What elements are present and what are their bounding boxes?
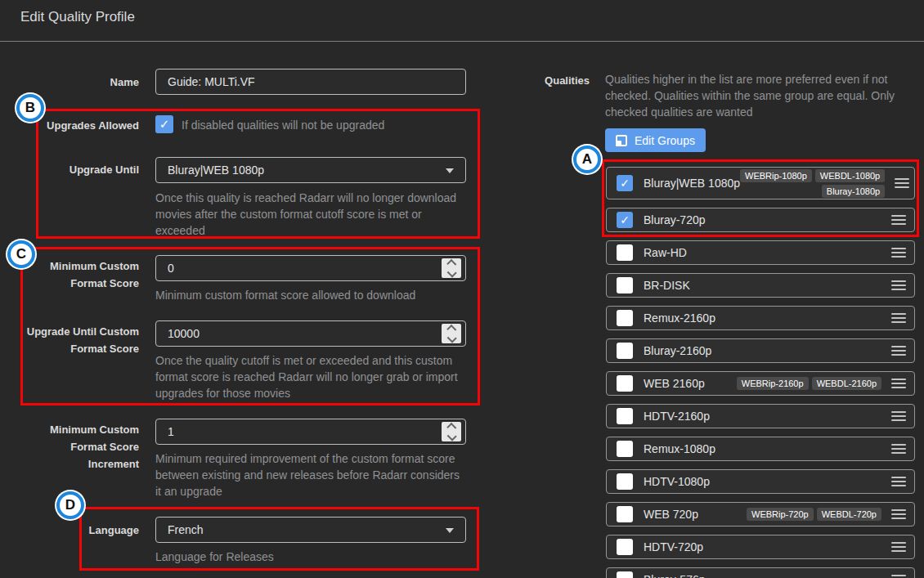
- quality-badge: WEBRip-720p: [747, 508, 814, 521]
- upgrade-until-score-label: Upgrade Until Custom Format Score: [20, 323, 139, 357]
- check-icon: ✓: [159, 117, 170, 132]
- qualities-label: Qualities: [451, 74, 590, 87]
- check-icon: ✓: [620, 213, 630, 226]
- min-increment-value: 1: [168, 425, 174, 438]
- drag-handle-icon[interactable]: [891, 509, 906, 519]
- quality-item[interactable]: ✓ WEB 720p WEBRip-720pWEBDL-720p: [606, 502, 915, 526]
- language-help: Language for Releases: [155, 549, 466, 565]
- drag-handle-icon[interactable]: [891, 280, 906, 290]
- edit-groups-button[interactable]: Edit Groups: [605, 128, 706, 152]
- min-increment-label: Minimum Custom Format Score Increment: [20, 421, 139, 473]
- quality-label: Bluray|WEB 1080p: [644, 177, 740, 190]
- drag-handle-icon[interactable]: [891, 248, 906, 258]
- quality-checkbox[interactable]: ✓: [617, 473, 633, 490]
- quality-badges: WEBRip-1080pWEBDL-1080pBluray-1080p: [740, 169, 885, 198]
- drag-handle-icon[interactable]: [891, 542, 906, 552]
- number-spinner-icon[interactable]: [442, 324, 461, 343]
- quality-item[interactable]: ✓ HDTV-1080p: [606, 469, 915, 494]
- qualities-help: Qualities higher in the list are more pr…: [605, 71, 916, 120]
- quality-label: Remux-1080p: [644, 442, 715, 455]
- quality-item[interactable]: ✓ Raw-HD: [606, 240, 915, 265]
- number-spinner-icon[interactable]: [442, 422, 461, 441]
- quality-label: Raw-HD: [644, 246, 687, 259]
- quality-checkbox[interactable]: ✓: [617, 343, 633, 359]
- quality-badges: WEBRip-720pWEBDL-720p: [747, 508, 881, 521]
- drag-handle-icon[interactable]: [895, 178, 909, 188]
- quality-checkbox[interactable]: ✓: [617, 441, 633, 457]
- quality-checkbox[interactable]: ✓: [617, 571, 633, 578]
- upgrade-until-score-input[interactable]: 10000: [155, 320, 466, 347]
- check-icon: ✓: [620, 177, 630, 190]
- qualities-list: ✓ Bluray|WEB 1080p WEBRip-1080pWEBDL-108…: [606, 167, 915, 578]
- upgrade-until-label: Upgrade Until: [20, 161, 139, 178]
- quality-checkbox[interactable]: ✓: [617, 539, 633, 555]
- upgrade-until-score-help: Once the quality cutoff is met or exceed…: [155, 352, 466, 401]
- quality-item[interactable]: ✓ HDTV-2160p: [606, 404, 915, 428]
- quality-label: WEB 720p: [644, 508, 698, 521]
- quality-badge: WEBDL-720p: [817, 508, 881, 521]
- quality-label: Bluray-720p: [644, 213, 706, 226]
- upgrade-until-help: Once this quality is reached Radarr will…: [155, 190, 466, 239]
- upgrades-allowed-help: If disabled qualities will not be upgrad…: [182, 116, 384, 134]
- quality-checkbox[interactable]: ✓: [617, 408, 633, 424]
- name-input[interactable]: [155, 69, 466, 95]
- quality-checkbox[interactable]: ✓: [617, 277, 633, 293]
- quality-item[interactable]: ✓ WEB 2160p WEBRip-2160pWEBDL-2160p: [606, 371, 915, 396]
- language-select[interactable]: French: [155, 517, 466, 543]
- min-increment-help: Minimum required improvement of the cust…: [155, 450, 466, 500]
- edit-quality-profile-modal: Edit Quality Profile Name Upgrades Allow…: [0, 0, 924, 578]
- quality-badge: WEBRip-2160p: [737, 377, 809, 390]
- quality-item[interactable]: ✓ BR-DISK: [606, 273, 915, 298]
- annotation-circle-d: D: [56, 491, 84, 519]
- ungroup-icon: [616, 135, 627, 146]
- language-label: Language: [20, 522, 139, 539]
- quality-label: Bluray-2160p: [644, 344, 711, 357]
- annotation-circle-a: A: [573, 146, 601, 173]
- chevron-down-icon: [446, 528, 454, 533]
- quality-checkbox[interactable]: ✓: [617, 375, 633, 392]
- number-spinner-icon[interactable]: [442, 258, 461, 278]
- upgrade-until-select[interactable]: Bluray|WEB 1080p: [155, 157, 466, 183]
- quality-item[interactable]: ✓ Bluray|WEB 1080p WEBRip-1080pWEBDL-108…: [606, 167, 915, 199]
- drag-handle-icon[interactable]: [891, 346, 906, 356]
- quality-label: WEB 2160p: [644, 377, 705, 390]
- quality-item[interactable]: ✓ Bluray-576p: [606, 567, 915, 578]
- drag-handle-icon[interactable]: [891, 215, 906, 225]
- upgrades-allowed-label: Upgrades Allowed: [20, 117, 139, 134]
- drag-handle-icon[interactable]: [891, 411, 906, 421]
- quality-label: HDTV-2160p: [644, 410, 710, 423]
- quality-badge: WEBRip-1080p: [740, 169, 812, 182]
- quality-checkbox[interactable]: ✓: [617, 212, 633, 228]
- quality-label: Bluray-576p: [644, 573, 706, 578]
- quality-badge: WEBDL-1080p: [815, 169, 885, 182]
- drag-handle-icon[interactable]: [891, 444, 906, 454]
- page-title: Edit Quality Profile: [20, 9, 135, 25]
- quality-checkbox[interactable]: ✓: [617, 310, 633, 326]
- modal-header: Edit Quality Profile: [0, 0, 924, 41]
- min-increment-input[interactable]: 1: [155, 419, 466, 445]
- quality-checkbox[interactable]: ✓: [617, 175, 633, 191]
- upgrade-until-score-value: 10000: [168, 327, 200, 340]
- quality-item[interactable]: ✓ Bluray-2160p: [606, 338, 915, 363]
- quality-item[interactable]: ✓ Remux-1080p: [606, 437, 915, 461]
- header-divider: [0, 41, 924, 42]
- edit-groups-label: Edit Groups: [635, 134, 695, 147]
- quality-item[interactable]: ✓ HDTV-720p: [606, 535, 915, 559]
- quality-badges: WEBRip-2160pWEBDL-2160p: [737, 377, 881, 390]
- upgrades-allowed-checkbox[interactable]: ✓: [155, 115, 173, 133]
- quality-item[interactable]: ✓ Bluray-720p: [606, 208, 915, 232]
- drag-handle-icon[interactable]: [891, 477, 906, 486]
- quality-checkbox[interactable]: ✓: [617, 244, 633, 261]
- drag-handle-icon[interactable]: [891, 379, 906, 388]
- min-format-score-input[interactable]: 0: [155, 255, 466, 281]
- drag-handle-icon[interactable]: [891, 575, 906, 578]
- quality-item[interactable]: ✓ Remux-2160p: [606, 306, 915, 330]
- quality-label: HDTV-1080p: [644, 475, 710, 488]
- name-label: Name: [20, 74, 139, 91]
- chevron-down-icon: [446, 168, 454, 173]
- drag-handle-icon[interactable]: [891, 313, 906, 323]
- upgrade-until-value: Bluray|WEB 1080p: [168, 164, 264, 177]
- quality-checkbox[interactable]: ✓: [617, 506, 633, 522]
- quality-badge: Bluray-1080p: [822, 185, 885, 198]
- min-format-score-value: 0: [168, 262, 174, 275]
